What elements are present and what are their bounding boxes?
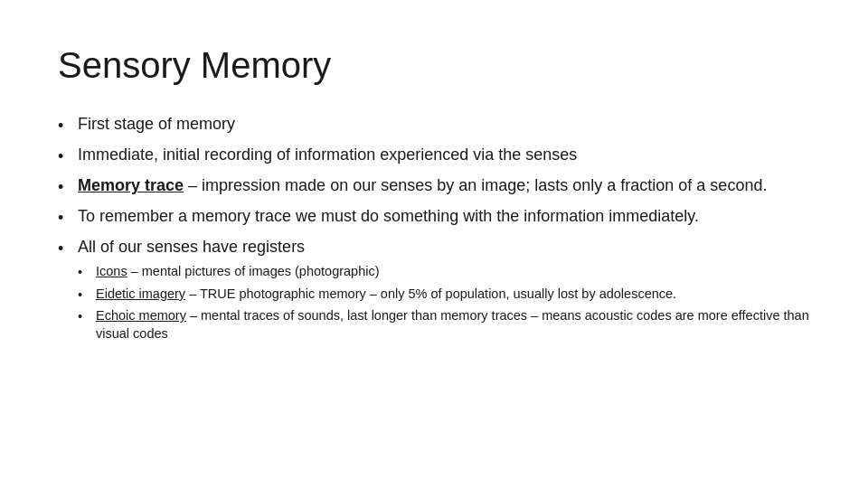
bullet-text: To remember a memory trace we must do so… [78,204,810,228]
list-item: • Memory trace – impression made on our … [58,174,810,199]
sub-bullet-rest: – TRUE photographic memory – only 5% of … [185,286,676,301]
bullet-list: • First stage of memory • Immediate, ini… [58,112,810,352]
bullet-dot: • [58,145,78,168]
sub-bullet-rest: – mental traces of sounds, last longer t… [96,308,809,341]
icons-term: Icons [96,264,127,278]
sub-bullet-rest: – mental pictures of images (photographi… [127,264,380,278]
bullet-dot: • [58,175,78,199]
bullet-text: Memory trace – impression made on our se… [78,174,810,197]
bullet-dot: • [58,237,78,260]
sub-bullet-dot: • [78,286,96,304]
sub-bullet-text: Echoic memory – mental traces of sounds,… [96,306,810,343]
bullet-text: Immediate, initial recording of informat… [78,143,810,166]
sub-bullet-list: • Icons – mental pictures of images (pho… [78,262,810,343]
bullet-text-rest: – impression made on our senses by an im… [184,176,767,194]
sub-bullet-text: Eidetic imagery – TRUE photographic memo… [96,285,810,303]
list-item: • All of our senses have registers • Ico… [58,235,810,345]
list-item: • To remember a memory trace we must do … [58,204,810,230]
list-item: • Icons – mental pictures of images (pho… [78,262,810,281]
bullet-dot: • [58,206,78,230]
list-item: • Echoic memory – mental traces of sound… [78,306,810,343]
sub-bullet-dot: • [78,307,96,325]
list-item: • First stage of memory [58,112,810,137]
bullet-dot: • [58,114,78,137]
slide-title: Sensory Memory [58,43,810,87]
sub-bullet-dot: • [78,263,96,281]
bullet-main-text: All of our senses have registers [78,238,305,256]
bullet-text: All of our senses have registers • Icons… [78,235,810,345]
list-item: • Eidetic imagery – TRUE photographic me… [78,285,810,304]
bullet-text: First stage of memory [78,112,810,136]
sub-bullet-text: Icons – mental pictures of images (photo… [96,262,810,280]
list-item: • Immediate, initial recording of inform… [58,143,810,168]
content-area: • First stage of memory • Immediate, ini… [58,112,810,352]
echoic-term: Echoic memory [96,308,186,323]
eidetic-term: Eidetic imagery [96,286,185,301]
memory-trace-term: Memory trace [78,176,184,194]
slide-container: Sensory Memory • First stage of memory •… [0,0,868,488]
